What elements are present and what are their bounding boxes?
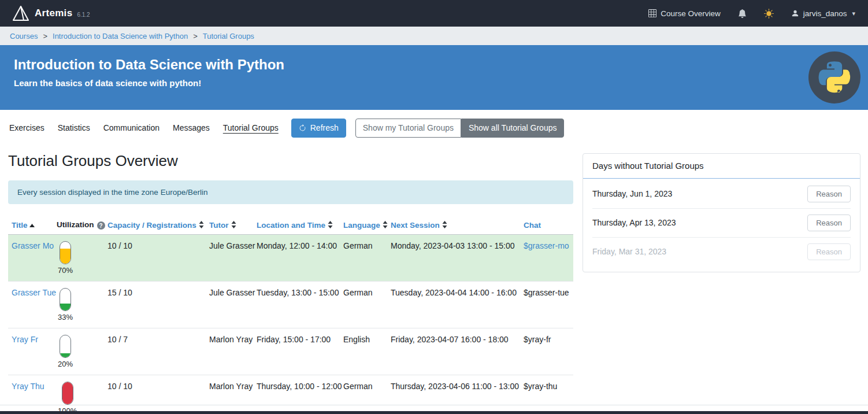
course-overview-link[interactable]: Course Overview — [648, 9, 721, 18]
utilization-pill — [60, 335, 71, 358]
breadcrumb-separator: > — [43, 32, 47, 40]
capacity-cell: 10 / 10 — [104, 235, 206, 282]
chat-cell: $yray-fr — [520, 328, 573, 375]
language-cell: German — [340, 235, 387, 282]
footer-bar — [0, 411, 868, 414]
days-without-groups-card: Days without Tutorial Groups Thursday, J… — [583, 153, 860, 272]
tutorial-group-row: Yray Fr 20% 10 / 7 Marlon Yray Friday, 1… — [8, 328, 573, 375]
user-icon — [791, 9, 799, 17]
tutor-cell: Jule Grasser — [206, 282, 253, 328]
column-header-tutor[interactable]: Tutor — [206, 217, 253, 235]
column-header-next-session[interactable]: Next Session — [387, 217, 520, 235]
day-row: Friday, Mar 31, 2023 Reason — [592, 238, 851, 266]
utilization-pill-fill — [60, 304, 71, 311]
utilization-pill-fill — [60, 249, 71, 264]
course-header: Introduction to Data Science with Python… — [0, 45, 868, 110]
column-header-title[interactable]: Title — [8, 217, 53, 235]
utilization-pill — [60, 241, 71, 264]
location-cell: Friday, 15:00 - 17:00 — [253, 328, 340, 375]
day-date: Thursday, Jun 1, 2023 — [592, 189, 672, 198]
tutorial-group-title-link[interactable]: Yray Thu — [12, 382, 44, 391]
course-tabbar: Exercises Statistics Communication Messa… — [0, 110, 868, 145]
chat-cell: $grasser-tue — [520, 282, 573, 328]
sort-icon — [442, 221, 447, 228]
python-logo-icon — [818, 61, 851, 94]
sort-ascending-icon — [29, 224, 35, 227]
course-subtitle: Learn the basics of data science with py… — [14, 78, 854, 88]
course-logo — [808, 51, 860, 104]
course-overview-label: Course Overview — [661, 9, 721, 18]
group-filter-toggle: Show my Tutorial Groups Show all Tutoria… — [355, 119, 565, 138]
language-cell: German — [340, 282, 387, 328]
chevron-down-icon: ▾ — [852, 10, 855, 17]
breadcrumb-course[interactable]: Introduction to Data Science with Python — [53, 32, 188, 40]
tab-tutorial-groups[interactable]: Tutorial Groups — [223, 123, 279, 132]
location-cell: Monday, 12:00 - 14:00 — [253, 235, 340, 282]
tab-exercises[interactable]: Exercises — [9, 123, 44, 132]
next-session-cell: Tuesday, 2023-04-04 14:00 - 16:00 — [387, 282, 520, 328]
chat-cell: $grasser-mo — [520, 235, 573, 282]
sort-icon — [199, 221, 204, 228]
tutorial-groups-table: Title Utilization? Capacity / Registrati… — [8, 217, 573, 414]
day-date: Friday, Mar 31, 2023 — [592, 247, 666, 256]
grid-icon — [648, 9, 656, 17]
page-title: Tutorial Groups Overview — [8, 152, 573, 170]
card-title: Days without Tutorial Groups — [583, 154, 860, 179]
tab-messages[interactable]: Messages — [173, 123, 210, 132]
tutor-cell: Jule Grasser — [206, 235, 253, 282]
column-header-capacity[interactable]: Capacity / Registrations — [104, 217, 206, 235]
top-navbar: Artemis 6.1.2 Course Overview jarvis_dan… — [0, 0, 868, 27]
day-date: Thursday, Apr 13, 2023 — [592, 218, 676, 227]
column-header-utilization: Utilization? — [53, 217, 104, 235]
language-cell: English — [340, 328, 387, 375]
show-my-groups-button[interactable]: Show my Tutorial Groups — [355, 119, 461, 138]
utilization-widget: 33% — [58, 288, 73, 321]
theme-toggle-button[interactable] — [764, 9, 774, 19]
tutorial-group-title-link[interactable]: Grasser Tue — [12, 288, 56, 297]
utilization-pill — [62, 382, 73, 405]
footer-divider — [0, 405, 868, 411]
breadcrumb: Courses > Introduction to Data Science w… — [0, 27, 868, 45]
sun-icon — [764, 9, 774, 19]
column-header-location[interactable]: Location and Time — [253, 217, 340, 235]
tutor-cell: Marlon Yray — [206, 328, 253, 375]
tutorial-group-row: Grasser Tue 33% 15 / 10 Jule Grasser Tue… — [8, 282, 573, 328]
sort-icon — [231, 221, 236, 228]
help-icon[interactable]: ? — [97, 221, 105, 230]
course-title: Introduction to Data Science with Python — [14, 57, 854, 73]
bell-icon — [738, 9, 747, 18]
refresh-icon — [299, 124, 306, 132]
show-all-groups-button[interactable]: Show all Tutorial Groups — [461, 119, 565, 138]
next-session-cell: Friday, 2023-04-07 16:00 - 18:00 — [387, 328, 520, 375]
timezone-notice: Every session displayed in the time zone… — [8, 180, 573, 204]
artemis-brand[interactable]: Artemis 6.1.2 — [13, 6, 90, 21]
notifications-button[interactable] — [738, 9, 747, 18]
next-session-cell: Monday, 2023-04-03 13:00 - 15:00 — [387, 235, 520, 282]
breadcrumb-tutorial-groups[interactable]: Tutorial Groups — [203, 32, 254, 40]
username-label: jarvis_danos — [803, 9, 847, 18]
utilization-pill — [60, 288, 71, 311]
footer — [0, 405, 868, 414]
tutorial-group-title-link[interactable]: Grasser Mo — [12, 241, 54, 250]
utilization-pill-fill — [60, 353, 71, 358]
artemis-logo-icon — [13, 6, 29, 21]
utilization-pill-fill — [62, 382, 73, 404]
reason-button[interactable]: Reason — [807, 243, 851, 260]
tab-statistics[interactable]: Statistics — [58, 123, 90, 132]
tab-communication[interactable]: Communication — [103, 123, 159, 132]
breadcrumb-courses[interactable]: Courses — [10, 32, 38, 40]
capacity-cell: 10 / 7 — [104, 328, 206, 375]
column-header-language[interactable]: Language — [340, 217, 387, 235]
location-cell: Tuesday, 13:00 - 15:00 — [253, 282, 340, 328]
utilization-widget: 70% — [58, 241, 73, 275]
refresh-button[interactable]: Refresh — [291, 119, 346, 138]
chat-channel-link[interactable]: $grasser-mo — [524, 241, 569, 250]
day-row: Thursday, Jun 1, 2023 Reason — [592, 180, 851, 209]
tutorial-groups-main: Tutorial Groups Overview Every session d… — [8, 149, 573, 414]
tutorial-group-title-link[interactable]: Yray Fr — [12, 335, 38, 344]
brand-name: Artemis — [35, 8, 72, 19]
refresh-label: Refresh — [310, 123, 339, 133]
reason-button[interactable]: Reason — [807, 215, 851, 231]
reason-button[interactable]: Reason — [807, 186, 851, 202]
user-menu[interactable]: jarvis_danos ▾ — [791, 9, 855, 18]
